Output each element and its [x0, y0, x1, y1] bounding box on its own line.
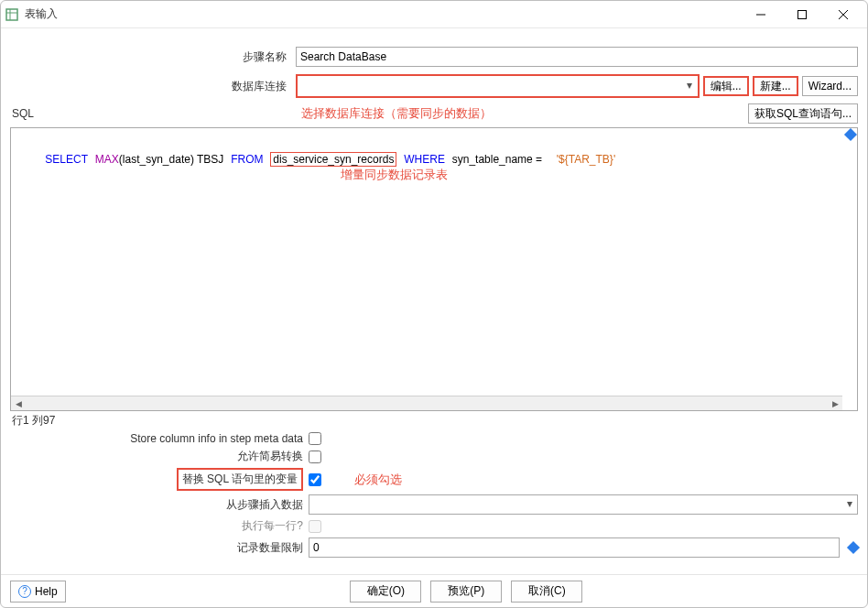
maximize-button[interactable] — [781, 2, 822, 27]
store-column-checkbox[interactable] — [309, 432, 321, 445]
edit-button[interactable]: 编辑... — [703, 76, 749, 96]
exec-each-checkbox — [309, 520, 321, 533]
exec-each-label: 执行每一行? — [10, 518, 303, 534]
bottom-bar: ? Help 确定(O) 预览(P) 取消(C) — [1, 574, 867, 607]
record-limit-input[interactable] — [309, 537, 840, 558]
sql-kw-select: SELECT — [45, 153, 88, 166]
minimize-button[interactable] — [740, 2, 781, 27]
svg-rect-4 — [797, 10, 806, 18]
sql-arg: (last_syn_date) TBSJ — [119, 153, 224, 166]
allow-lazy-label: 允许简易转换 — [10, 449, 303, 464]
new-button[interactable]: 新建... — [753, 76, 798, 96]
sql-editor[interactable]: SELECT MAX(last_syn_date) TBSJ FROM dis_… — [10, 127, 858, 411]
help-label: Help — [35, 585, 58, 598]
scroll-left-icon[interactable]: ◀ — [11, 396, 26, 411]
variable-indicator-icon — [847, 541, 860, 554]
step-name-input[interactable] — [296, 47, 858, 67]
sql-kw-from: FROM — [231, 153, 263, 166]
record-limit-label: 记录数量限制 — [10, 540, 303, 556]
replace-var-label: 替换 SQL 语句里的变量 — [177, 468, 303, 491]
replace-annotation: 必须勾选 — [354, 472, 402, 488]
ok-button[interactable]: 确定(O) — [350, 581, 421, 603]
wizard-button[interactable]: Wizard... — [802, 76, 858, 96]
sql-kw-where: WHERE — [404, 153, 445, 166]
sql-fn-max: MAX — [95, 153, 119, 166]
help-icon: ? — [18, 585, 31, 598]
db-connection-label: 数据库连接 — [10, 79, 292, 94]
replace-var-checkbox[interactable] — [309, 473, 321, 486]
sql-label: SQL — [10, 103, 45, 124]
help-button[interactable]: ? Help — [10, 581, 66, 603]
store-column-label: Store column info in step meta data — [10, 432, 303, 445]
scroll-right-icon[interactable]: ▶ — [828, 396, 842, 411]
table-input-icon — [5, 7, 19, 22]
window-title: 表输入 — [25, 6, 740, 22]
preview-button[interactable]: 预览(P) — [430, 581, 502, 603]
sql-table: dis_service_syn_records — [270, 152, 396, 167]
titlebar: 表输入 — [1, 1, 867, 28]
insert-from-label: 从步骤插入数据 — [10, 497, 303, 513]
sql-literal: '${TAR_TB}' — [557, 153, 615, 166]
get-sql-button[interactable]: 获取SQL查询语句... — [748, 103, 858, 124]
cancel-button[interactable]: 取消(C) — [511, 581, 582, 603]
horizontal-scrollbar[interactable]: ◀ ▶ — [11, 396, 842, 410]
allow-lazy-checkbox[interactable] — [309, 451, 321, 463]
insert-from-select[interactable] — [309, 494, 858, 515]
sql-annotation: 增量同步数据记录表 — [341, 167, 448, 183]
step-name-label: 步骤名称 — [10, 49, 292, 65]
db-connection-select[interactable] — [298, 76, 698, 96]
svg-rect-0 — [6, 9, 17, 20]
caret-position: 行1 列97 — [1, 411, 867, 430]
close-button[interactable] — [822, 2, 863, 27]
db-annotation: 选择数据库连接（需要同步的数据） — [301, 106, 492, 120]
sql-cond: syn_table_name = — [452, 153, 542, 166]
